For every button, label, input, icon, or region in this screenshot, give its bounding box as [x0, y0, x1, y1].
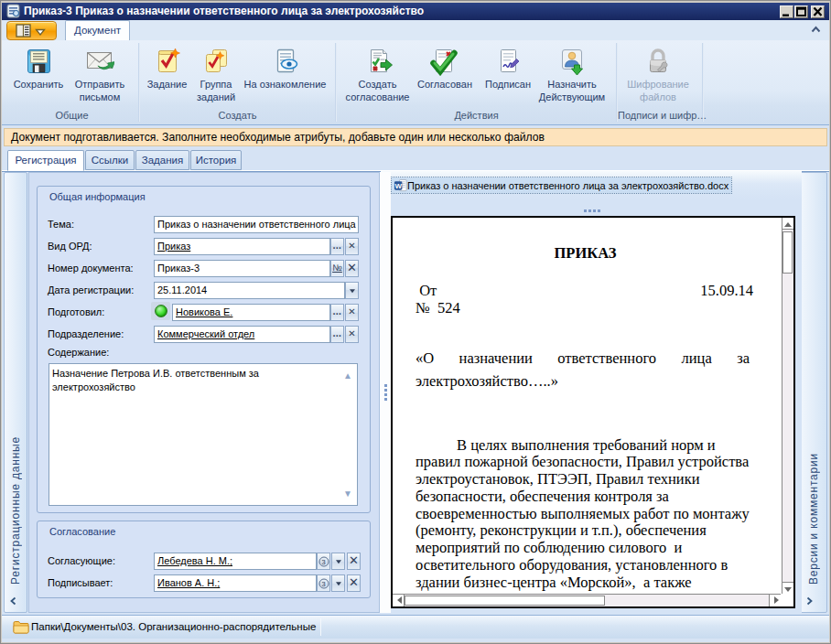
- svg-text:W: W: [394, 182, 402, 190]
